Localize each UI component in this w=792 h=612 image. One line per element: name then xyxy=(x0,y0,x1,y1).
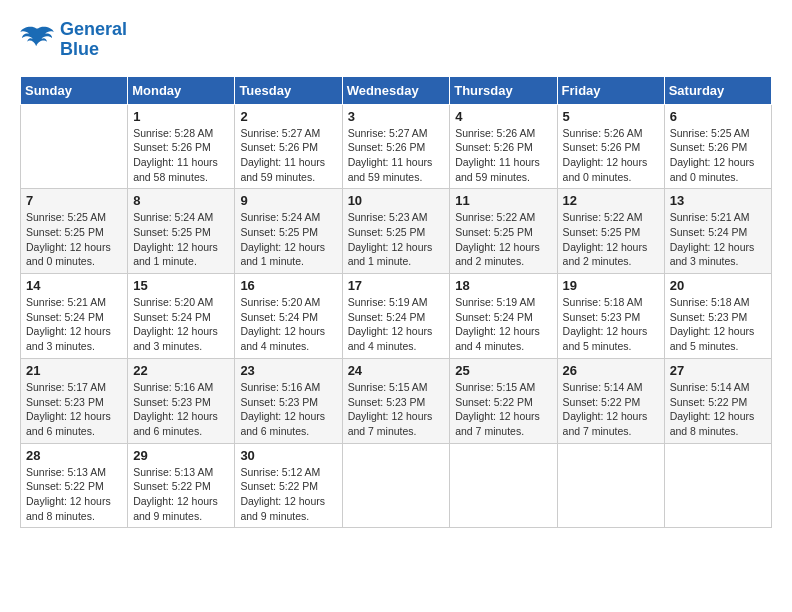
day-info: Sunrise: 5:15 AM Sunset: 5:22 PM Dayligh… xyxy=(455,380,551,439)
calendar-cell xyxy=(21,104,128,189)
calendar-week-3: 14Sunrise: 5:21 AM Sunset: 5:24 PM Dayli… xyxy=(21,274,772,359)
day-number: 8 xyxy=(133,193,229,208)
calendar-cell: 30Sunrise: 5:12 AM Sunset: 5:22 PM Dayli… xyxy=(235,443,342,528)
day-info: Sunrise: 5:25 AM Sunset: 5:26 PM Dayligh… xyxy=(670,126,766,185)
calendar-cell: 19Sunrise: 5:18 AM Sunset: 5:23 PM Dayli… xyxy=(557,274,664,359)
header-monday: Monday xyxy=(128,76,235,104)
calendar-cell: 17Sunrise: 5:19 AM Sunset: 5:24 PM Dayli… xyxy=(342,274,450,359)
calendar-cell: 9Sunrise: 5:24 AM Sunset: 5:25 PM Daylig… xyxy=(235,189,342,274)
day-info: Sunrise: 5:22 AM Sunset: 5:25 PM Dayligh… xyxy=(563,210,659,269)
day-info: Sunrise: 5:27 AM Sunset: 5:26 PM Dayligh… xyxy=(348,126,445,185)
day-number: 23 xyxy=(240,363,336,378)
day-info: Sunrise: 5:20 AM Sunset: 5:24 PM Dayligh… xyxy=(240,295,336,354)
day-number: 7 xyxy=(26,193,122,208)
calendar-cell: 1Sunrise: 5:28 AM Sunset: 5:26 PM Daylig… xyxy=(128,104,235,189)
day-number: 9 xyxy=(240,193,336,208)
day-number: 10 xyxy=(348,193,445,208)
day-number: 13 xyxy=(670,193,766,208)
calendar-cell: 21Sunrise: 5:17 AM Sunset: 5:23 PM Dayli… xyxy=(21,358,128,443)
logo: General Blue xyxy=(20,20,127,60)
calendar-cell: 26Sunrise: 5:14 AM Sunset: 5:22 PM Dayli… xyxy=(557,358,664,443)
calendar-cell xyxy=(664,443,771,528)
day-info: Sunrise: 5:21 AM Sunset: 5:24 PM Dayligh… xyxy=(670,210,766,269)
day-number: 25 xyxy=(455,363,551,378)
day-number: 30 xyxy=(240,448,336,463)
calendar-cell: 23Sunrise: 5:16 AM Sunset: 5:23 PM Dayli… xyxy=(235,358,342,443)
calendar-table: SundayMondayTuesdayWednesdayThursdayFrid… xyxy=(20,76,772,529)
calendar-cell: 6Sunrise: 5:25 AM Sunset: 5:26 PM Daylig… xyxy=(664,104,771,189)
calendar-cell: 25Sunrise: 5:15 AM Sunset: 5:22 PM Dayli… xyxy=(450,358,557,443)
day-info: Sunrise: 5:27 AM Sunset: 5:26 PM Dayligh… xyxy=(240,126,336,185)
day-info: Sunrise: 5:17 AM Sunset: 5:23 PM Dayligh… xyxy=(26,380,122,439)
calendar-cell: 28Sunrise: 5:13 AM Sunset: 5:22 PM Dayli… xyxy=(21,443,128,528)
header-thursday: Thursday xyxy=(450,76,557,104)
day-number: 29 xyxy=(133,448,229,463)
day-info: Sunrise: 5:16 AM Sunset: 5:23 PM Dayligh… xyxy=(240,380,336,439)
day-info: Sunrise: 5:22 AM Sunset: 5:25 PM Dayligh… xyxy=(455,210,551,269)
header-tuesday: Tuesday xyxy=(235,76,342,104)
day-number: 16 xyxy=(240,278,336,293)
logo-icon xyxy=(20,25,56,55)
day-info: Sunrise: 5:18 AM Sunset: 5:23 PM Dayligh… xyxy=(670,295,766,354)
day-info: Sunrise: 5:15 AM Sunset: 5:23 PM Dayligh… xyxy=(348,380,445,439)
day-number: 17 xyxy=(348,278,445,293)
day-info: Sunrise: 5:19 AM Sunset: 5:24 PM Dayligh… xyxy=(348,295,445,354)
day-info: Sunrise: 5:14 AM Sunset: 5:22 PM Dayligh… xyxy=(563,380,659,439)
calendar-week-4: 21Sunrise: 5:17 AM Sunset: 5:23 PM Dayli… xyxy=(21,358,772,443)
calendar-cell: 27Sunrise: 5:14 AM Sunset: 5:22 PM Dayli… xyxy=(664,358,771,443)
day-info: Sunrise: 5:24 AM Sunset: 5:25 PM Dayligh… xyxy=(133,210,229,269)
day-number: 6 xyxy=(670,109,766,124)
header-friday: Friday xyxy=(557,76,664,104)
day-info: Sunrise: 5:13 AM Sunset: 5:22 PM Dayligh… xyxy=(26,465,122,524)
calendar-week-2: 7Sunrise: 5:25 AM Sunset: 5:25 PM Daylig… xyxy=(21,189,772,274)
calendar-week-1: 1Sunrise: 5:28 AM Sunset: 5:26 PM Daylig… xyxy=(21,104,772,189)
day-number: 22 xyxy=(133,363,229,378)
day-info: Sunrise: 5:24 AM Sunset: 5:25 PM Dayligh… xyxy=(240,210,336,269)
day-number: 18 xyxy=(455,278,551,293)
day-number: 21 xyxy=(26,363,122,378)
calendar-cell: 22Sunrise: 5:16 AM Sunset: 5:23 PM Dayli… xyxy=(128,358,235,443)
header-sunday: Sunday xyxy=(21,76,128,104)
day-number: 20 xyxy=(670,278,766,293)
calendar-header: SundayMondayTuesdayWednesdayThursdayFrid… xyxy=(21,76,772,104)
day-info: Sunrise: 5:28 AM Sunset: 5:26 PM Dayligh… xyxy=(133,126,229,185)
day-number: 14 xyxy=(26,278,122,293)
day-number: 19 xyxy=(563,278,659,293)
calendar-cell: 14Sunrise: 5:21 AM Sunset: 5:24 PM Dayli… xyxy=(21,274,128,359)
day-number: 12 xyxy=(563,193,659,208)
calendar-cell: 11Sunrise: 5:22 AM Sunset: 5:25 PM Dayli… xyxy=(450,189,557,274)
day-number: 11 xyxy=(455,193,551,208)
day-number: 26 xyxy=(563,363,659,378)
day-number: 4 xyxy=(455,109,551,124)
day-info: Sunrise: 5:25 AM Sunset: 5:25 PM Dayligh… xyxy=(26,210,122,269)
calendar-cell xyxy=(557,443,664,528)
day-info: Sunrise: 5:26 AM Sunset: 5:26 PM Dayligh… xyxy=(563,126,659,185)
logo-text: General Blue xyxy=(60,20,127,60)
calendar-body: 1Sunrise: 5:28 AM Sunset: 5:26 PM Daylig… xyxy=(21,104,772,528)
calendar-cell: 7Sunrise: 5:25 AM Sunset: 5:25 PM Daylig… xyxy=(21,189,128,274)
header-saturday: Saturday xyxy=(664,76,771,104)
calendar-cell: 3Sunrise: 5:27 AM Sunset: 5:26 PM Daylig… xyxy=(342,104,450,189)
calendar-cell: 13Sunrise: 5:21 AM Sunset: 5:24 PM Dayli… xyxy=(664,189,771,274)
calendar-cell: 10Sunrise: 5:23 AM Sunset: 5:25 PM Dayli… xyxy=(342,189,450,274)
calendar-cell: 15Sunrise: 5:20 AM Sunset: 5:24 PM Dayli… xyxy=(128,274,235,359)
day-number: 1 xyxy=(133,109,229,124)
calendar-cell: 4Sunrise: 5:26 AM Sunset: 5:26 PM Daylig… xyxy=(450,104,557,189)
day-number: 28 xyxy=(26,448,122,463)
calendar-cell: 20Sunrise: 5:18 AM Sunset: 5:23 PM Dayli… xyxy=(664,274,771,359)
calendar-cell: 8Sunrise: 5:24 AM Sunset: 5:25 PM Daylig… xyxy=(128,189,235,274)
day-info: Sunrise: 5:16 AM Sunset: 5:23 PM Dayligh… xyxy=(133,380,229,439)
day-info: Sunrise: 5:13 AM Sunset: 5:22 PM Dayligh… xyxy=(133,465,229,524)
page-header: General Blue xyxy=(20,20,772,60)
day-info: Sunrise: 5:19 AM Sunset: 5:24 PM Dayligh… xyxy=(455,295,551,354)
calendar-cell: 2Sunrise: 5:27 AM Sunset: 5:26 PM Daylig… xyxy=(235,104,342,189)
header-wednesday: Wednesday xyxy=(342,76,450,104)
calendar-cell: 24Sunrise: 5:15 AM Sunset: 5:23 PM Dayli… xyxy=(342,358,450,443)
day-number: 2 xyxy=(240,109,336,124)
calendar-cell: 12Sunrise: 5:22 AM Sunset: 5:25 PM Dayli… xyxy=(557,189,664,274)
calendar-cell xyxy=(450,443,557,528)
day-info: Sunrise: 5:18 AM Sunset: 5:23 PM Dayligh… xyxy=(563,295,659,354)
day-info: Sunrise: 5:23 AM Sunset: 5:25 PM Dayligh… xyxy=(348,210,445,269)
calendar-cell: 5Sunrise: 5:26 AM Sunset: 5:26 PM Daylig… xyxy=(557,104,664,189)
day-info: Sunrise: 5:20 AM Sunset: 5:24 PM Dayligh… xyxy=(133,295,229,354)
